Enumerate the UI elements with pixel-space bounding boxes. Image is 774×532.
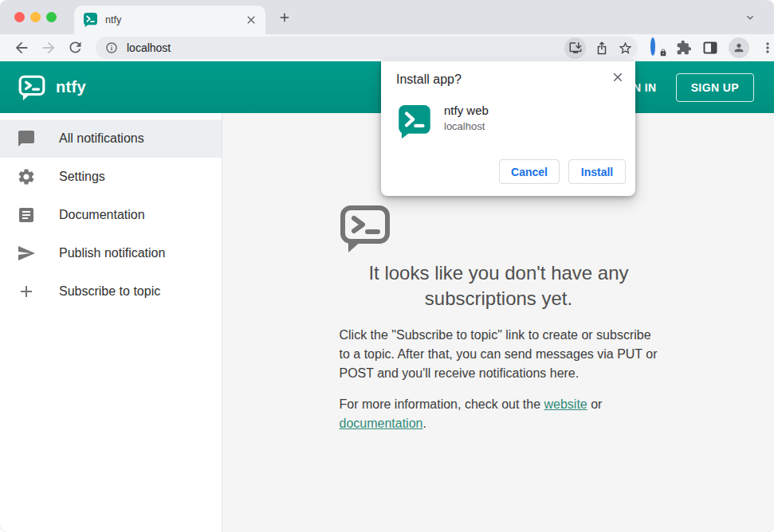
ntfy-logo-icon [18,73,45,102]
extension-area [650,37,774,58]
tab-strip: ntfy [0,0,774,34]
share-icon[interactable] [595,41,609,55]
menu-kebab-icon[interactable] [760,40,774,56]
ntfy-favicon-icon [84,13,97,27]
sidebar-item-label: Subscribe to topic [59,284,160,299]
new-tab-button[interactable] [277,10,292,25]
url-text[interactable]: localhost [127,41,561,54]
dialog-app-origin: localhost [444,120,485,132]
sidebar-item-label: Settings [59,170,105,184]
site-info-icon[interactable] [105,41,118,54]
dialog-close-icon[interactable] [611,70,625,84]
zoom-window-button[interactable] [46,12,57,22]
empty-state-heading: It looks like you don't have any subscri… [340,260,658,311]
back-icon[interactable] [13,39,30,57]
profile-avatar[interactable] [729,37,749,58]
reload-icon[interactable] [67,39,84,57]
ntfy-app-icon [399,105,430,139]
sidebar-item-publish-notification[interactable]: Publish notification [0,234,222,272]
browser-tab-ntfy[interactable]: ntfy [74,6,265,34]
sign-up-button[interactable]: SIGN UP [676,73,754,102]
chat-icon [17,129,36,148]
install-app-dialog: Install app? ntfy web localhost Cancel I… [381,61,635,196]
sidebar-item-label: Publish notification [59,246,165,260]
sidebar-item-label: Documentation [59,208,145,222]
dialog-title: Install app? [396,72,462,87]
forward-icon[interactable] [40,39,57,57]
install-button[interactable]: Install [568,159,626,184]
ntfy-terminal-placeholder-icon [340,201,658,256]
extensions-puzzle-icon[interactable] [676,40,692,56]
gear-icon [17,167,36,186]
dialog-app-name: ntfy web [444,104,489,117]
close-window-button[interactable] [14,12,25,22]
sidebar-item-label: All notifications [59,131,144,146]
article-icon [17,205,36,225]
sidebar-item-subscribe-to-topic[interactable]: Subscribe to topic [0,272,222,311]
address-bar[interactable]: localhost [96,37,638,59]
empty-state-paragraph: Click the "Subscribe to topic" link to c… [340,326,658,383]
install-app-icon[interactable] [564,37,586,59]
sidebar-item-documentation[interactable]: Documentation [0,196,222,234]
cancel-button[interactable]: Cancel [499,159,560,184]
bookmark-star-icon[interactable] [618,41,632,55]
window-controls [14,12,57,22]
onepassword-icon[interactable] [650,40,666,56]
sidebar: All notifications Settings Documentation… [0,113,222,532]
website-link[interactable]: website [544,397,587,411]
tab-search-chevron-icon[interactable] [744,11,756,24]
paragraph2-middle: or [587,397,603,411]
send-icon [17,244,36,263]
documentation-link[interactable]: documentation [340,417,423,430]
sidebar-item-all-notifications[interactable]: All notifications [0,119,222,158]
paragraph2-prefix: For more information, check out the [340,397,544,411]
tab-title: ntfy [105,14,245,25]
tab-close-icon[interactable] [245,14,257,26]
sidebar-item-settings[interactable]: Settings [0,158,222,196]
browser-toolbar: localhost [0,34,774,61]
empty-state-links-paragraph: For more information, check out the webs… [340,395,658,433]
plus-icon [17,282,36,301]
side-panel-icon[interactable] [702,40,718,56]
browser-window: ntfy localhost [0,0,774,532]
app-title: ntfy [56,78,86,96]
minimize-window-button[interactable] [30,12,41,22]
paragraph2-suffix: . [422,417,426,430]
